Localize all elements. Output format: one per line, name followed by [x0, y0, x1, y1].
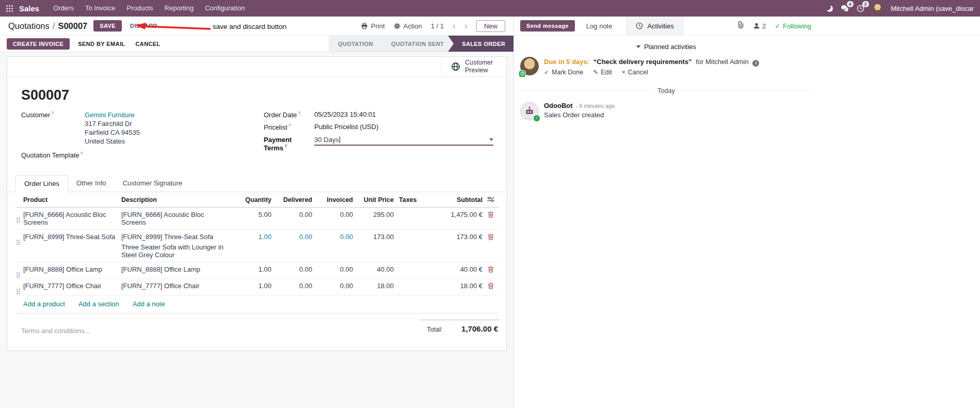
cancel-activity-button[interactable]: ×Cancel [622, 69, 648, 76]
line-delivered[interactable]: 0.00 [271, 211, 312, 218]
line-delivered[interactable]: 0.00 [271, 233, 312, 241]
breadcrumb-quotations[interactable]: Quotations [8, 21, 50, 31]
order-date-label: Order Date? [264, 111, 314, 119]
tab-other-info[interactable]: Other Info [68, 175, 115, 192]
line-invoiced[interactable]: 0.00 [312, 265, 353, 273]
edit-activity-button[interactable]: ✎Edit [593, 69, 612, 76]
header-unit-price[interactable]: Unit Price [353, 196, 394, 203]
table-row[interactable]: [FURN_6666] Acoustic Bloc Screens [FURN_… [15, 208, 499, 230]
line-description[interactable]: [FURN_7777] Office Chair [121, 282, 231, 290]
send-message-button[interactable]: Send message [520, 20, 575, 32]
menu-products[interactable]: Products [121, 0, 158, 17]
line-quantity[interactable]: 1.00 [231, 233, 271, 241]
drag-handle-icon[interactable] [17, 289, 18, 290]
status-quotation[interactable]: QUOTATION [329, 36, 383, 52]
line-description[interactable]: [FURN_6666] Acoustic Bloc Screens [121, 211, 231, 226]
action-button[interactable]: Action [394, 22, 422, 30]
delete-line-icon[interactable] [488, 266, 494, 273]
add-a-section-link[interactable]: Add a section [78, 300, 119, 308]
followers-button[interactable]: 2 [753, 22, 766, 30]
line-unit-price[interactable]: 18.00 [353, 282, 394, 290]
mark-done-button[interactable]: ✓Mark Done [544, 69, 583, 76]
status-quotation-sent[interactable]: QUOTATION SENT [377, 36, 454, 52]
line-description[interactable]: [FURN_8888] Office Lamp [121, 265, 231, 273]
line-quantity[interactable]: 5.00 [231, 211, 271, 218]
info-icon[interactable]: i [752, 60, 759, 67]
line-unit-price[interactable]: 295.00 [353, 211, 394, 218]
help-icon: ? [81, 151, 83, 156]
header-invoiced[interactable]: Invoiced [312, 196, 353, 203]
action-label: Action [404, 22, 422, 30]
print-button[interactable]: Print [361, 22, 385, 30]
drag-handle-icon[interactable] [17, 240, 18, 241]
line-product[interactable]: [FURN_7777] Office Chair [23, 282, 121, 290]
attachments-button[interactable] [737, 21, 744, 30]
add-a-product-link[interactable]: Add a product [23, 300, 65, 308]
table-row[interactable]: [FURN_8999] Three-Seat Sofa [FURN_8999] … [15, 230, 499, 262]
record-title[interactable]: S00007 [7, 87, 506, 103]
line-product[interactable]: [FURN_8888] Office Lamp [23, 265, 121, 273]
header-subtotal[interactable]: Subtotal [431, 196, 483, 203]
pager-previous-icon[interactable]: ‹ [453, 21, 456, 30]
header-description[interactable]: Description [121, 196, 231, 203]
status-sales-order[interactable]: SALES ORDER [448, 36, 513, 52]
create-invoice-button[interactable]: CREATE INVOICE [7, 38, 70, 50]
dropdown-caret-icon[interactable] [489, 138, 493, 141]
line-delivered[interactable]: 0.00 [271, 265, 312, 273]
table-row[interactable]: [FURN_8888] Office Lamp [FURN_8888] Offi… [15, 262, 499, 279]
line-quantity[interactable]: 1.00 [231, 282, 271, 290]
line-description[interactable]: [FURN_8999] Three-Seat Sofa Three Seater… [121, 233, 231, 259]
add-a-note-link[interactable]: Add a note [133, 300, 165, 308]
drag-handle-icon[interactable] [17, 217, 18, 219]
user-name[interactable]: Mitchell Admin (save_discar [891, 5, 974, 12]
apps-menu-icon[interactable] [6, 5, 13, 12]
line-product[interactable]: [FURN_8999] Three-Seat Sofa [23, 233, 121, 241]
app-name[interactable]: Sales [19, 4, 39, 13]
planned-activities-toggle[interactable]: Planned activities [520, 43, 812, 51]
following-button[interactable]: ✓ Following [775, 22, 811, 30]
delete-line-icon[interactable] [488, 283, 494, 289]
line-unit-price[interactable]: 173.00 [353, 233, 394, 241]
delete-line-icon[interactable] [488, 233, 494, 240]
save-button[interactable]: SAVE [93, 20, 122, 32]
activities-clock-icon[interactable]: 2 [857, 5, 864, 12]
menu-configuration[interactable]: Configuration [199, 0, 250, 17]
log-note-button[interactable]: Log note [583, 20, 616, 33]
tab-order-lines[interactable]: Order Lines [15, 175, 68, 192]
line-quantity[interactable]: 1.00 [231, 265, 271, 273]
table-row[interactable]: [FURN_7777] Office Chair [FURN_7777] Off… [15, 279, 499, 295]
pager-next-icon[interactable]: › [464, 21, 468, 30]
pricelist-value[interactable]: Public Pricelist (USD) [314, 123, 378, 131]
line-invoiced[interactable]: 0.00 [312, 211, 353, 218]
line-product[interactable]: [FURN_6666] Acoustic Bloc Screens [23, 211, 121, 226]
line-invoiced[interactable]: 0.00 [312, 282, 353, 290]
line-invoiced[interactable]: 0.00 [312, 233, 353, 241]
order-date-value[interactable]: 05/25/2023 15:40:01 [314, 111, 376, 118]
drag-handle-icon[interactable] [17, 272, 18, 274]
message-author[interactable]: OdooBot [544, 102, 573, 109]
dark-mode-icon[interactable] [826, 5, 833, 12]
user-avatar[interactable] [872, 3, 883, 14]
messages-icon[interactable]: 4 [841, 5, 849, 12]
customer-preview-button[interactable]: Customer Preview [441, 57, 506, 76]
line-delivered[interactable]: 0.00 [271, 282, 312, 290]
header-delivered[interactable]: Delivered [271, 196, 312, 203]
menu-reporting[interactable]: Reporting [159, 0, 199, 17]
delete-line-icon[interactable] [488, 211, 494, 218]
menu-orders[interactable]: Orders [47, 0, 79, 17]
customer-link[interactable]: Gemini Furniture [85, 111, 135, 119]
activities-tab[interactable]: Activities [626, 17, 683, 35]
header-quantity[interactable]: Quantity [231, 196, 271, 203]
menu-to-invoice[interactable]: To Invoice [79, 0, 121, 17]
line-unit-price[interactable]: 40.00 [353, 265, 394, 273]
header-product[interactable]: Product [23, 196, 121, 203]
send-by-email-button[interactable]: SEND BY EMAIL [73, 38, 130, 50]
new-button[interactable]: New [476, 20, 505, 32]
optional-columns-icon[interactable] [487, 196, 494, 202]
payment-terms-field[interactable]: 30 Days [314, 136, 493, 146]
tab-customer-signature[interactable]: Customer Signature [115, 175, 191, 192]
terms-placeholder[interactable]: Terms and conditions... [21, 327, 90, 335]
cancel-button[interactable]: CANCEL [130, 38, 165, 50]
followers-count: 2 [762, 22, 766, 30]
header-taxes[interactable]: Taxes [394, 196, 431, 203]
